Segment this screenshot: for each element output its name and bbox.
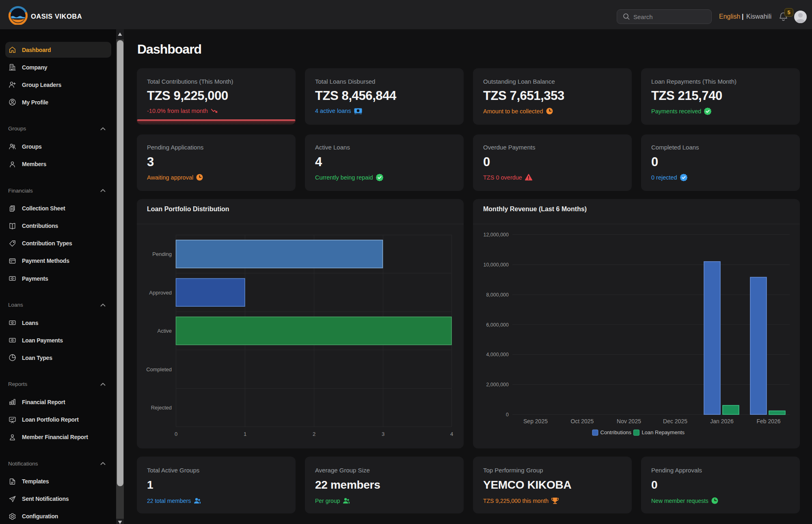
svg-text:Oct 2025: Oct 2025 (571, 418, 594, 424)
svg-text:Feb 2026: Feb 2026 (756, 418, 780, 424)
svg-text:0: 0 (175, 431, 177, 437)
svg-text:2,000,000: 2,000,000 (486, 382, 509, 388)
svg-text:8,000,000: 8,000,000 (486, 292, 509, 298)
svg-text:2: 2 (313, 431, 315, 437)
svg-text:Contributions: Contributions (600, 429, 632, 435)
svg-text:Active: Active (158, 328, 172, 334)
svg-text:Pending: Pending (152, 251, 172, 257)
svg-text:4,000,000: 4,000,000 (486, 352, 509, 357)
svg-text:Approved: Approved (149, 290, 172, 296)
svg-text:3: 3 (382, 431, 384, 437)
svg-text:4: 4 (450, 431, 453, 437)
svg-text:Sep 2025: Sep 2025 (523, 418, 548, 424)
svg-text:1: 1 (244, 431, 246, 437)
svg-text:6,000,000: 6,000,000 (486, 322, 509, 328)
svg-text:12,000,000: 12,000,000 (483, 232, 509, 238)
svg-text:Rejected: Rejected (151, 405, 172, 411)
svg-text:0: 0 (506, 412, 509, 418)
svg-text:Nov 2025: Nov 2025 (617, 418, 641, 424)
svg-text:Jan 2026: Jan 2026 (710, 418, 734, 424)
svg-text:10,000,000: 10,000,000 (483, 262, 509, 268)
svg-text:Completed: Completed (146, 366, 172, 372)
svg-text:Loan Repayments: Loan Repayments (642, 429, 685, 435)
svg-text:Dec 2025: Dec 2025 (663, 418, 687, 424)
